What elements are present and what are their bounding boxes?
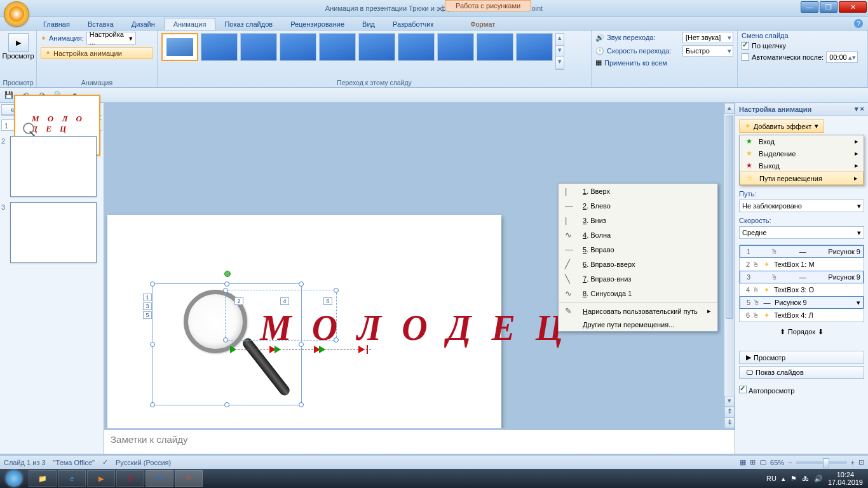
taskbar-opera-icon[interactable]: O [116, 470, 144, 487]
transition-item[interactable] [477, 33, 513, 61]
view-normal-icon[interactable]: ▦ [740, 458, 746, 466]
motion-path[interactable] [231, 349, 371, 350]
notes-pane[interactable]: Заметки к слайду [104, 428, 735, 454]
zoom-in-icon[interactable]: + [851, 459, 855, 466]
view-slideshow-icon[interactable]: 🖵 [759, 459, 766, 466]
tray-network-icon[interactable]: 🖧 [802, 475, 809, 482]
auto-time-spinner[interactable]: 00:00▴▾ [826, 51, 858, 63]
taskpane-close-icon[interactable]: × [860, 105, 864, 112]
taskpane-dropdown-icon[interactable]: ▾ [855, 105, 858, 112]
lang-indicator[interactable]: RU [766, 475, 776, 482]
tp-speed-select[interactable]: Средне▾ [739, 226, 864, 239]
effect-row[interactable]: 2🖱✦TextBox 1: М [740, 258, 864, 271]
transition-item[interactable] [240, 33, 277, 61]
menu-emphasis[interactable]: ★Выделение▸ [740, 147, 864, 159]
tp-preview-button[interactable]: ▶Просмотр [739, 351, 864, 364]
fit-icon[interactable]: ⊡ [858, 458, 864, 466]
speed-select[interactable]: Быстро▾ [682, 45, 733, 57]
effect-row[interactable]: 6🖱✦TextBox 4: Л [740, 309, 864, 322]
path-sine[interactable]: ∿8. Синусоида 1 [559, 286, 717, 301]
tab-view[interactable]: Вид [353, 18, 384, 30]
menu-motion-paths[interactable]: ☆Пути перемещения▸ [740, 172, 864, 185]
path-lock-select[interactable]: Не заблокировано▾ [739, 200, 864, 212]
tp-slideshow-button[interactable]: 🖵Показ слайдов [739, 366, 864, 379]
on-click-checkbox[interactable] [742, 42, 749, 50]
path-down-right[interactable]: ╲7. Вправо-вниз [559, 271, 717, 286]
tab-slideshow[interactable]: Показ слайдов [215, 18, 281, 30]
tray-sound-icon[interactable]: 🔊 [814, 475, 823, 483]
restore-button[interactable]: ❐ [820, 1, 837, 13]
reorder-down-icon[interactable]: ⬇ [818, 328, 824, 336]
sequence-tag[interactable]: 4 [280, 297, 289, 305]
tab-developer[interactable]: Разработчик [384, 18, 442, 30]
sequence-tag[interactable]: 1 [143, 294, 152, 301]
menu-exit[interactable]: ★Выход▸ [740, 159, 864, 172]
transition-item[interactable] [437, 33, 474, 61]
slide-canvas[interactable]: МОЛОДЕЦ 1 3 5 2 4 6 [107, 215, 501, 454]
save-icon[interactable]: 💾 [3, 89, 15, 102]
taskbar-explorer-icon[interactable]: 📁 [29, 470, 57, 487]
minimize-button[interactable]: ― [801, 1, 818, 13]
transition-item[interactable] [358, 33, 395, 61]
path-wave[interactable]: ∿4. Волна [559, 227, 717, 242]
system-tray[interactable]: RU ▴ ⚑ 🖧 🔊 10:2417.04.2019 [761, 471, 868, 486]
transition-gallery-more[interactable]: ▴▾▾ [555, 33, 564, 70]
transition-item[interactable] [201, 33, 238, 61]
tab-review[interactable]: Рецензирование [281, 18, 353, 30]
custom-animation-button[interactable]: ✦ Настройка анимации [41, 47, 153, 59]
apply-all-button[interactable]: ▦Применить ко всем [595, 58, 733, 67]
menu-entry[interactable]: ★Вход▸ [740, 135, 864, 147]
office-button[interactable] [4, 1, 29, 27]
animation-select[interactable]: Настройка ...▾ [86, 32, 136, 44]
transition-item[interactable] [319, 33, 356, 61]
effect-row[interactable]: 1🖱—Рисунок 9 [740, 245, 864, 258]
tab-animation[interactable]: Анимация [164, 18, 216, 30]
sequence-tag[interactable]: 3 [143, 302, 152, 310]
zoom-out-icon[interactable]: − [788, 459, 792, 466]
start-button[interactable] [0, 469, 28, 488]
tab-design[interactable]: Дизайн [123, 18, 164, 30]
tab-format[interactable]: Формат [461, 18, 504, 30]
zoom-slider[interactable] [796, 461, 847, 464]
path-down[interactable]: |3. Вниз [559, 213, 717, 227]
preview-button[interactable]: ▶ Просмотр [0, 32, 37, 61]
taskbar-ie-icon[interactable]: e [58, 470, 86, 487]
tray-action-icon[interactable]: ⚑ [790, 475, 797, 483]
sequence-tag[interactable]: 6 [323, 297, 332, 305]
tab-insert[interactable]: Вставка [79, 18, 123, 30]
transition-item[interactable] [398, 33, 435, 61]
autopreview-checkbox[interactable] [739, 386, 747, 393]
effect-row[interactable]: 4🖱✦TextBox 3: О [740, 283, 864, 296]
path-left[interactable]: —2. Влево [559, 198, 717, 213]
slide-thumbnail-1[interactable]: 1М О Л О Д Е Ц [1, 119, 102, 131]
sound-select[interactable]: [Нет звука]▾ [682, 32, 733, 43]
close-button[interactable]: ✕ [839, 1, 867, 13]
effect-row[interactable]: 5🖱—Рисунок 9▾ [740, 296, 864, 309]
slide-thumbnail-3[interactable]: 3 [1, 202, 102, 263]
tab-home[interactable]: Главная [34, 18, 79, 30]
sequence-tag[interactable]: 2 [234, 297, 243, 305]
taskbar-powerpoint-icon[interactable]: P [175, 470, 203, 487]
language-indicator[interactable]: Русский (Россия) [116, 459, 171, 466]
path-right[interactable]: —5. Вправо [559, 242, 717, 257]
transition-item[interactable] [516, 33, 553, 61]
add-effect-button[interactable]: ✦Добавить эффект▾ [739, 119, 824, 133]
rotation-handle[interactable] [224, 271, 231, 277]
transition-none[interactable] [161, 33, 198, 61]
taskbar-media-icon[interactable]: ▶ [87, 470, 115, 487]
auto-after-checkbox[interactable] [742, 53, 749, 61]
path-up[interactable]: |1. Вверх [559, 184, 717, 198]
effect-row[interactable]: 3🖱—Рисунок 9 [740, 271, 864, 283]
path-more[interactable]: Другие пути перемещения... [559, 318, 717, 331]
slide-thumbnail-2[interactable]: 2 [1, 136, 102, 197]
zoom-level[interactable]: 65% [770, 459, 784, 466]
tray-flag-icon[interactable]: ▴ [782, 475, 785, 483]
view-sorter-icon[interactable]: ⊞ [750, 458, 756, 466]
transition-item[interactable] [280, 33, 316, 61]
transition-gallery[interactable]: ▴▾▾ [161, 33, 587, 70]
vertical-scrollbar[interactable]: ▴ ▾ ⇞ ⇟ [724, 103, 735, 428]
effects-list[interactable]: 1🖱—Рисунок 9 2🖱✦TextBox 1: М 3🖱—Рисунок … [739, 245, 864, 322]
clock-time[interactable]: 10:24 [828, 471, 863, 478]
path-custom[interactable]: ✎Нарисовать пользовательский путь▸ [559, 304, 717, 318]
clock-date[interactable]: 17.04.2019 [828, 478, 863, 486]
